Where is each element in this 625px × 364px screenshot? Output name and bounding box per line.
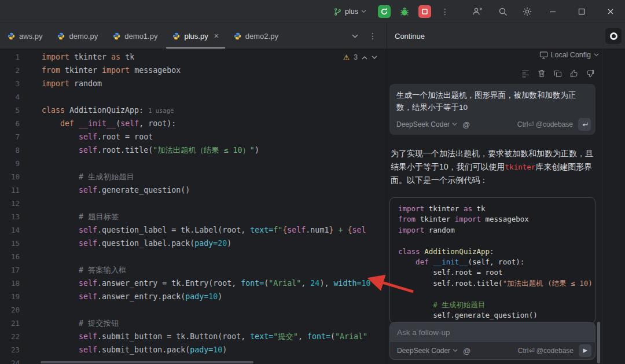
user-message-card: 生成一个加法出题机，图形界面，被加数和加数为正数，结果小于等于10 DeepSe… [389,84,595,135]
copy-icon[interactable] [553,69,562,78]
model-selector[interactable]: DeepSeek Coder [396,120,457,128]
line-number[interactable]: 23 [0,343,20,356]
code-line[interactable]: self.generate_question() [42,183,387,197]
codebase-hint: Ctrl⏎ @codebase [517,120,573,128]
line-number[interactable]: 3 [0,77,20,90]
line-number[interactable]: 9 [0,157,20,170]
followup-input[interactable] [390,322,595,342]
code-line[interactable]: # 答案输入框 [42,263,387,277]
search-icon[interactable] [498,6,508,17]
code-line[interactable]: self.submit_button.pack(pady=10) [42,343,387,356]
panel-scrollbar[interactable] [597,322,600,363]
thumbs-down-icon[interactable] [586,69,595,78]
python-icon [57,32,65,40]
chat-toolbar [521,69,595,78]
line-number[interactable]: 17 [0,263,20,277]
line-number[interactable]: 2 [0,64,20,77]
user-message: 生成一个加法出题机，图形界面，被加数和加数为正数，结果小于等于10 [396,89,589,113]
debug-button[interactable] [398,5,411,18]
line-number[interactable]: 5 [0,104,20,117]
editor-hscrollbar[interactable] [41,361,253,363]
followup-model-selector[interactable]: DeepSeek Coder [397,347,458,355]
tab-demo2-py[interactable]: demo2.py [226,23,286,49]
line-number[interactable]: 8 [0,144,20,157]
line-number[interactable]: 20 [0,303,20,317]
hidden-tabs-chevron-icon[interactable] [352,34,358,39]
close-button[interactable] [596,0,625,23]
code-line[interactable]: self.question_label.pack(pady=20) [42,237,387,250]
line-number[interactable]: 10 [0,170,20,183]
line-number[interactable]: 19 [0,290,20,303]
line-number[interactable]: 7 [0,130,20,144]
settings-gear-icon[interactable] [522,6,532,17]
tab-options-icon[interactable]: ⋮ [369,31,377,41]
trash-icon[interactable] [537,69,546,78]
minimize-button[interactable] [538,0,567,23]
code-block-line: import random [398,225,587,236]
rerun-button[interactable] [378,5,391,18]
code-line[interactable]: def __init__(self, root): [42,117,387,130]
git-branch-widget[interactable]: plus [331,5,369,18]
insert-at-cursor-icon[interactable] [521,69,530,78]
tab-aws-py[interactable]: aws.py [0,23,50,49]
code-line[interactable]: from tkinter import messagebox [42,64,387,77]
line-number[interactable]: 24 [0,356,20,364]
code-line[interactable]: # 生成初始题目 [42,170,387,183]
code-lines[interactable]: import tkinter as tkfrom tkinter import … [42,50,387,364]
titlebar: plus ⋮ [0,0,625,23]
code-line[interactable]: class AdditionQuizApp:1 usage [42,104,387,117]
line-number[interactable]: 14 [0,223,20,237]
edit-message-button[interactable] [578,118,591,131]
line-number[interactable]: 11 [0,183,20,197]
line-number[interactable]: 12 [0,197,20,210]
line-number[interactable]: 4 [0,90,20,104]
code-line[interactable]: self.answer_entry = tk.Entry(root, font=… [42,277,387,290]
line-number[interactable]: 21 [0,317,20,330]
maximize-button[interactable] [567,0,596,23]
return-icon [581,121,589,128]
next-problem-icon[interactable] [372,56,377,60]
more-actions-icon[interactable]: ⋮ [440,5,450,18]
line-number[interactable]: 13 [0,210,20,223]
code-line[interactable]: self.root.title("加法出题机（结果 ≤ 10）") [42,144,387,157]
code-with-me-icon[interactable] [472,6,483,17]
tab-plus-py[interactable]: plus.py× [165,23,226,49]
stop-button[interactable] [418,5,431,18]
send-button[interactable] [579,344,591,357]
code-line[interactable] [42,157,387,170]
code-line[interactable]: self.submit_button = tk.Button(root, tex… [42,330,387,343]
line-number[interactable]: 22 [0,330,20,343]
monitor-icon [539,51,548,59]
mention-button[interactable]: @ [462,120,470,129]
code-line[interactable]: import random [42,77,387,90]
code-line[interactable]: self.root = root [42,130,387,144]
tab-demo-py[interactable]: demo.py [50,23,105,49]
code-line[interactable]: import tkinter as tk [42,50,387,64]
thumbs-up-icon[interactable] [569,69,579,78]
code-line[interactable] [42,250,387,263]
code-editor[interactable]: 123456789101112131415161718192021222324 … [0,49,387,364]
code-line[interactable] [42,90,387,104]
code-line[interactable] [42,197,387,210]
model-label: DeepSeek Coder [397,347,450,355]
code-line[interactable]: self.question_label = tk.Label(root, tex… [42,223,387,237]
code-line[interactable]: # 提交按钮 [42,317,387,330]
code-line[interactable]: # 题目标签 [42,210,387,223]
continue-toolwindow-button[interactable] [605,28,622,44]
inspections-widget[interactable]: ⚠ 3 [341,52,380,62]
code-line[interactable] [42,303,387,317]
code-line[interactable]: self.answer_entry.pack(pady=10) [42,290,387,303]
tab-close-icon[interactable]: × [214,32,219,40]
config-selector[interactable]: Local Config [539,51,600,59]
followup-mention-button[interactable]: @ [463,347,470,355]
line-number[interactable]: 6 [0,117,20,130]
line-number[interactable]: 16 [0,250,20,263]
line-number[interactable]: 18 [0,277,20,290]
line-number[interactable]: 15 [0,237,20,250]
gutter[interactable]: 123456789101112131415161718192021222324 [0,50,20,364]
line-number[interactable]: 1 [0,50,20,64]
warning-icon: ⚠ [343,54,350,61]
chevron-down-icon [452,123,457,126]
tab-demo1-py[interactable]: demo1.py [105,23,165,49]
prev-problem-icon[interactable] [362,56,367,60]
